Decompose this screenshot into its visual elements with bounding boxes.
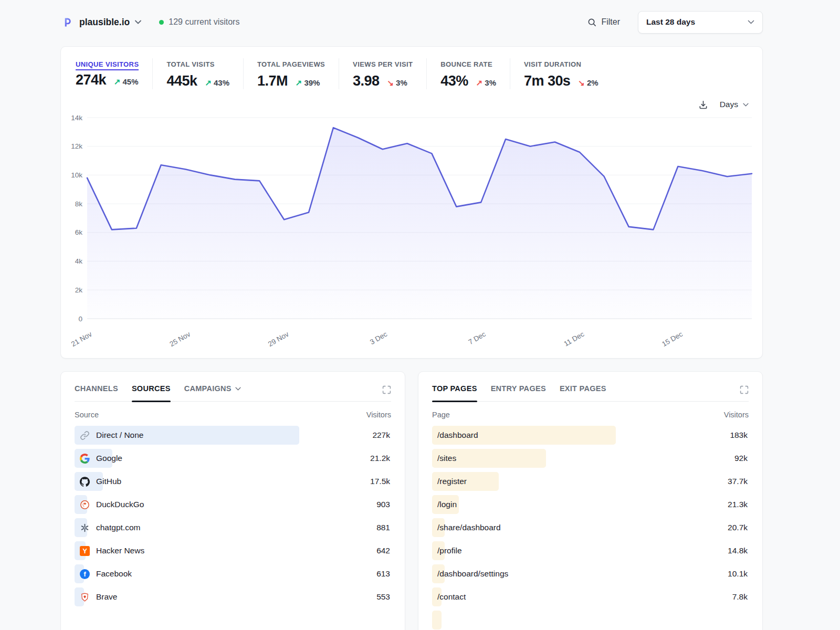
row-value: 92k (734, 454, 749, 463)
tab-label: EXIT PAGES (560, 384, 606, 393)
metric-label: TOTAL VISITS (166, 60, 214, 68)
facebook-icon: f (80, 569, 90, 579)
expand-icon[interactable] (740, 384, 749, 394)
current-visitors-label: 129 current visitors (169, 17, 239, 27)
chevron-down-icon (743, 103, 749, 107)
row-label: /contact (437, 592, 466, 602)
row-label: /register (437, 477, 467, 486)
table-row[interactable]: fFacebook613 (75, 563, 391, 584)
tab-channels[interactable]: CHANNELS (75, 384, 118, 401)
date-range-select[interactable]: Last 28 days (638, 11, 763, 34)
top-bar-left: plausible.io 129 current visitors (60, 15, 239, 29)
metric-value-row: 7m 30s↘2% (524, 73, 598, 89)
live-dot-icon (159, 20, 164, 25)
tab-label: CHANNELS (75, 384, 118, 393)
tab-campaigns[interactable]: CAMPAIGNS (184, 384, 241, 401)
table-row[interactable]: /dashboard183k (432, 425, 749, 446)
table-row[interactable]: GitHub17.5k (75, 471, 391, 492)
table-row[interactable]: /login21.3k (432, 494, 749, 515)
svg-text:29 Nov: 29 Nov (267, 330, 290, 348)
row-left: /contact (432, 592, 466, 602)
svg-text:0: 0 (78, 315, 82, 323)
metric-label: UNIQUE VISITORS (76, 60, 139, 70)
metric-value-row: 3.98↘3% (353, 73, 413, 89)
filter-button[interactable]: Filter (587, 17, 620, 27)
expand-icon[interactable] (382, 384, 391, 394)
metric-label: VISIT DURATION (524, 60, 581, 68)
svg-text:15 Dec: 15 Dec (660, 330, 684, 348)
table-row[interactable]: YHacker News642 (75, 540, 391, 561)
row-left: YHacker News (75, 546, 144, 556)
tab-exit-pages[interactable]: EXIT PAGES (560, 384, 606, 401)
svg-text:3 Dec: 3 Dec (369, 330, 388, 346)
pages-tabbar: TOP PAGESENTRY PAGESEXIT PAGES (432, 384, 749, 402)
table-row[interactable]: /sites92k (432, 448, 749, 469)
metric-change: 45% (122, 77, 138, 86)
metric-label: BOUNCE RATE (440, 60, 492, 68)
metric-total-visits[interactable]: TOTAL VISITS445k↗43% (152, 58, 243, 89)
table-row[interactable]: /profile14.8k (432, 540, 749, 561)
tab-sources[interactable]: SOURCES (132, 384, 171, 401)
row-label: /login (437, 500, 457, 509)
brave-icon (80, 592, 90, 602)
row-left: /share/dashboard (432, 523, 501, 532)
duckduckgo-icon (80, 500, 90, 510)
table-row[interactable]: /contact7.8k (432, 586, 749, 607)
top-bar-right: Filter Last 28 days (587, 11, 763, 34)
google-icon (80, 454, 90, 464)
row-label: Direct / None (96, 430, 143, 440)
row-left: /sites (432, 454, 456, 463)
current-visitors[interactable]: 129 current visitors (159, 17, 239, 27)
row-left: chatgpt.com (75, 523, 140, 533)
table-row (432, 610, 749, 630)
col-visitors: Visitors (366, 411, 391, 419)
tab-top-pages[interactable]: TOP PAGES (432, 384, 477, 401)
svg-text:21 Nov: 21 Nov (70, 330, 93, 348)
trend-up-icon: ↗ (205, 78, 212, 88)
metric-visit-duration[interactable]: VISIT DURATION7m 30s↘2% (510, 58, 612, 89)
row-left: /profile (432, 546, 462, 555)
svg-text:6k: 6k (75, 228, 83, 236)
row-value: 903 (376, 500, 391, 509)
metric-change: 3% (485, 78, 496, 87)
interval-select[interactable]: Days (720, 100, 749, 109)
row-left: Google (75, 454, 122, 464)
svg-text:12k: 12k (71, 142, 82, 150)
row-value: 21.3k (728, 500, 749, 509)
table-row[interactable]: chatgpt.com881 (75, 517, 391, 538)
table-row[interactable]: DuckDuckGo903 (75, 494, 391, 515)
table-row[interactable]: /register37.7k (432, 471, 749, 492)
metric-unique-visitors[interactable]: UNIQUE VISITORS274k↗45% (76, 58, 152, 89)
download-icon[interactable] (698, 100, 708, 110)
svg-text:8k: 8k (75, 200, 83, 208)
trend-up-icon: ↗ (114, 77, 121, 87)
metric-total-pageviews[interactable]: TOTAL PAGEVIEWS1.7M↗39% (243, 58, 339, 89)
site-picker[interactable]: plausible.io (60, 15, 141, 29)
row-left: fFacebook (75, 569, 132, 579)
metric-bounce-rate[interactable]: BOUNCE RATE43%↗3% (426, 58, 510, 89)
table-row[interactable]: Direct / None227k (75, 425, 391, 446)
table-row[interactable]: Brave553 (75, 586, 391, 607)
metric-value-row: 274k↗45% (76, 72, 139, 88)
sources-panel: CHANNELSSOURCESCAMPAIGNS Source Visitors… (60, 371, 405, 630)
table-row[interactable]: /dashboard/settings10.1k (432, 563, 749, 584)
row-value: 227k (372, 430, 391, 440)
visitors-area-chart[interactable]: 02k4k6k8k10k12k14k21 Nov25 Nov29 Nov3 De… (69, 112, 754, 355)
row-left: /dashboard/settings (432, 569, 508, 579)
visitors-card: UNIQUE VISITORS274k↗45%TOTAL VISITS445k↗… (60, 46, 763, 359)
table-row[interactable]: Google21.2k (75, 448, 391, 469)
metric-value: 274k (76, 72, 106, 88)
chevron-down-icon (748, 20, 754, 24)
metric-views-per-visit[interactable]: VIEWS PER VISIT3.98↘3% (339, 58, 426, 89)
sources-tabbar: CHANNELSSOURCESCAMPAIGNS (75, 384, 391, 402)
svg-text:7 Dec: 7 Dec (467, 330, 487, 346)
col-page: Page (432, 411, 450, 419)
pages-panel: TOP PAGESENTRY PAGESEXIT PAGES Page Visi… (418, 371, 763, 630)
search-icon (587, 18, 596, 27)
row-label: GitHub (96, 477, 121, 486)
row-value: 642 (376, 546, 391, 555)
row-value: 20.7k (728, 523, 749, 532)
table-row[interactable]: /share/dashboard20.7k (432, 517, 749, 538)
metric-value: 1.7M (257, 73, 288, 89)
tab-entry-pages[interactable]: ENTRY PAGES (491, 384, 546, 401)
